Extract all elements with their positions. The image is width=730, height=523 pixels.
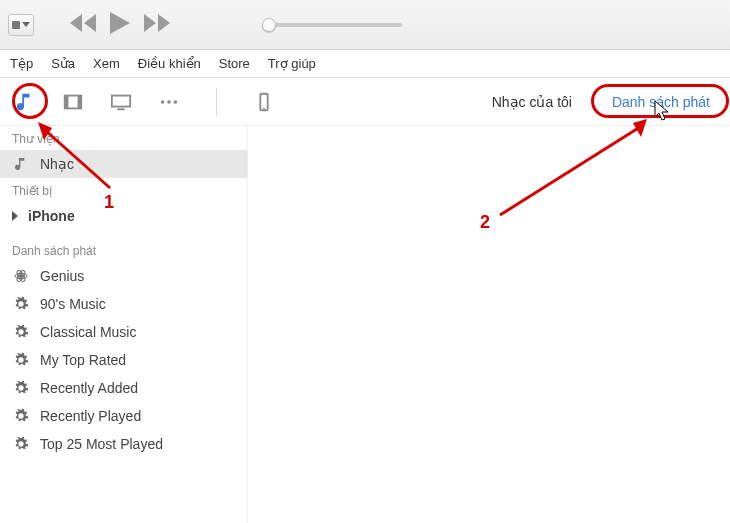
phone-icon (253, 91, 275, 113)
disclosure-triangle-icon[interactable] (12, 211, 18, 221)
sidebar-item-label: 90's Music (40, 296, 106, 312)
transport-controls (68, 12, 172, 37)
gear-icon (12, 380, 30, 396)
svg-point-11 (167, 100, 171, 104)
sidebar-item-label: Genius (40, 268, 84, 284)
sidebar-item-recently-played[interactable]: Recently Played (0, 402, 247, 430)
playback-bar (0, 0, 730, 50)
sidebar-item-genius[interactable]: Genius (0, 262, 247, 290)
svg-marker-3 (144, 14, 156, 32)
sidebar-item-music[interactable]: Nhạc (0, 150, 247, 178)
svg-marker-1 (84, 14, 96, 32)
sidebar-item-recently-added[interactable]: Recently Added (0, 374, 247, 402)
genius-icon (12, 268, 30, 284)
volume-knob[interactable] (262, 18, 276, 32)
menu-bar: Tệp Sửa Xem Điều khiển Store Trợ giúp (0, 50, 730, 78)
tab-playlists[interactable]: Danh sách phát (602, 88, 720, 116)
tab-my-music[interactable]: Nhạc của tôi (482, 88, 582, 116)
menu-view[interactable]: Xem (93, 56, 120, 71)
film-icon (62, 91, 84, 113)
play-button[interactable] (110, 12, 130, 37)
sidebar: Thư viện Nhạc Thiết bị iPhone Danh sách … (0, 126, 248, 523)
media-tool-row: Nhạc của tôi Danh sách phát (0, 78, 730, 126)
more-icon (158, 91, 180, 113)
sidebar-item-classical[interactable]: Classical Music (0, 318, 247, 346)
section-devices-header: Thiết bị (0, 178, 247, 202)
prev-button[interactable] (68, 14, 96, 35)
sidebar-item-top-rated[interactable]: My Top Rated (0, 346, 247, 374)
tv-media-button[interactable] (106, 87, 136, 117)
sidebar-item-label: Classical Music (40, 324, 136, 340)
svg-point-12 (174, 100, 178, 104)
svg-marker-2 (110, 12, 130, 34)
device-button[interactable] (249, 87, 279, 117)
section-library-header: Thư viện (0, 126, 247, 150)
gear-icon (12, 408, 30, 424)
music-note-icon (12, 156, 30, 172)
svg-point-14 (263, 107, 265, 109)
section-playlists-header: Danh sách phát (0, 238, 247, 262)
sidebar-item-label: Recently Added (40, 380, 138, 396)
svg-marker-4 (158, 14, 170, 32)
media-type-buttons (10, 87, 279, 117)
menu-store[interactable]: Store (219, 56, 250, 71)
tv-icon (110, 91, 132, 113)
gear-icon (12, 436, 30, 452)
view-tabs: Nhạc của tôi Danh sách phát (482, 88, 720, 116)
gear-icon (12, 296, 30, 312)
sidebar-item-label: Nhạc (40, 156, 74, 172)
more-media-button[interactable] (154, 87, 184, 117)
svg-rect-6 (65, 95, 69, 108)
sidebar-item-iphone[interactable]: iPhone (0, 202, 247, 230)
menu-help[interactable]: Trợ giúp (268, 56, 316, 71)
sidebar-item-top25[interactable]: Top 25 Most Played (0, 430, 247, 458)
svg-rect-7 (78, 95, 82, 108)
svg-point-10 (161, 100, 165, 104)
gear-icon (12, 324, 30, 340)
movies-media-button[interactable] (58, 87, 88, 117)
music-note-icon (14, 91, 36, 113)
sidebar-item-label: Top 25 Most Played (40, 436, 163, 452)
menu-file[interactable]: Tệp (10, 56, 33, 71)
chevron-down-icon (22, 22, 30, 27)
main-pane (248, 126, 730, 523)
window-view-button[interactable] (8, 14, 34, 36)
svg-marker-0 (70, 14, 82, 32)
sidebar-item-label: My Top Rated (40, 352, 126, 368)
music-media-button[interactable] (10, 87, 40, 117)
content-area: Thư viện Nhạc Thiết bị iPhone Danh sách … (0, 126, 730, 523)
gear-icon (12, 352, 30, 368)
volume-slider[interactable] (262, 23, 402, 27)
svg-point-15 (19, 274, 23, 278)
sidebar-item-label: Recently Played (40, 408, 141, 424)
divider (216, 88, 217, 116)
sidebar-item-label: iPhone (28, 208, 75, 224)
next-button[interactable] (144, 14, 172, 35)
menu-edit[interactable]: Sửa (51, 56, 75, 71)
sidebar-item-90s[interactable]: 90's Music (0, 290, 247, 318)
square-icon (12, 21, 20, 29)
svg-rect-8 (112, 95, 130, 106)
menu-controls[interactable]: Điều khiển (138, 56, 201, 71)
